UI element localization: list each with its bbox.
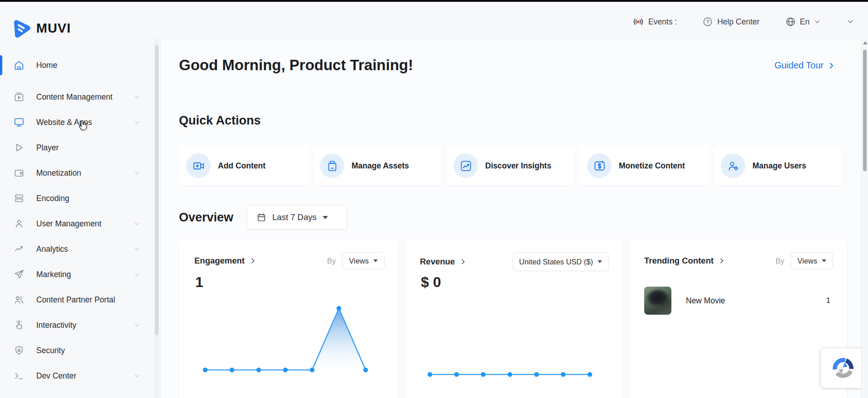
quick-action-manage-assets[interactable]: Manage Assets <box>313 146 442 185</box>
by-label: By <box>776 257 784 265</box>
sidebar-item-interactivity[interactable]: Interactivity <box>0 312 160 338</box>
quick-action-label: Manage Assets <box>352 161 409 171</box>
currency-label: United States USD ($) <box>519 258 593 266</box>
engagement-metric-dropdown[interactable]: Views <box>342 252 385 269</box>
caret-down-icon <box>822 259 826 262</box>
sidebar-item-label: Analytics <box>36 245 133 254</box>
chevron-right-icon <box>718 257 725 264</box>
chevron-right-icon <box>459 258 467 265</box>
guided-tour-label: Guided Tour <box>774 60 824 71</box>
help-icon: ? <box>702 16 713 27</box>
chevron-down-icon <box>133 119 140 126</box>
user-management-icon <box>14 218 24 229</box>
muvi-dashboard: MUVI Events : ? <box>0 0 868 398</box>
sidebar-item-website-and-apps[interactable]: Website & Apps <box>0 110 160 135</box>
date-range-dropdown[interactable]: Last 7 Days <box>247 205 347 230</box>
currency-dropdown[interactable]: United States USD ($) <box>512 252 609 271</box>
chevron-down-icon <box>133 246 140 253</box>
sidebar-item-home[interactable]: Home <box>0 53 160 78</box>
trending-metric-dropdown[interactable]: Views <box>791 252 833 269</box>
help-center-link[interactable]: ? Help Center <box>702 16 759 27</box>
revenue-card-link[interactable]: Revenue <box>420 257 467 267</box>
analytics-icon <box>14 244 24 254</box>
guided-tour-link[interactable]: Guided Tour <box>774 60 835 71</box>
sidebar-item-dev-center[interactable]: Dev Center <box>0 363 160 388</box>
overview-header: Overview Last 7 Days <box>179 205 347 230</box>
sidebar-item-label: Content Management <box>36 92 133 102</box>
caret-down-icon <box>598 260 602 263</box>
page-scrollbar-track[interactable] <box>861 39 868 398</box>
sidebar-item-label: Interactivity <box>36 321 133 330</box>
sidebar-item-settings[interactable] <box>0 393 40 398</box>
globe-icon <box>785 16 796 27</box>
events-menu[interactable]: Events : <box>632 16 677 28</box>
chevron-down-icon <box>133 170 140 177</box>
sidebar-item-label: Content Partner Portal <box>36 295 145 305</box>
language-label: En <box>800 17 810 27</box>
recaptcha-logo-icon <box>830 355 856 381</box>
sidebar-item-content-partner-portal[interactable]: Content Partner Portal <box>0 287 160 312</box>
chevron-down-icon <box>814 18 821 25</box>
trending-title: Trending Content <box>644 256 714 266</box>
sidebar-scrollbar-track[interactable] <box>154 39 159 398</box>
content-management-icon <box>14 91 24 102</box>
trending-list-item[interactable]: New Movie 1 <box>644 287 830 315</box>
events-broadcast-icon <box>632 16 644 28</box>
sidebar-item-label: Dev Center <box>36 371 133 381</box>
revenue-chart <box>418 293 608 398</box>
engagement-card: Engagement By Views 1 <box>179 240 398 398</box>
quick-action-label: Manage Users <box>752 161 806 171</box>
sidebar-item-player[interactable]: Player <box>0 135 160 160</box>
account-menu-toggle[interactable] <box>846 18 854 26</box>
trending-content-link[interactable]: Trending Content <box>644 256 725 266</box>
chevron-down-icon <box>133 221 140 227</box>
sidebar-item-label: User Management <box>36 219 133 229</box>
sidebar-item-label: Home <box>36 61 145 70</box>
chevron-down-icon <box>133 322 140 329</box>
quick-action-label: Monetize Content <box>619 161 685 171</box>
sidebar-item-label: Website & Apps <box>36 118 133 127</box>
engagement-value: 1 <box>195 274 203 291</box>
sidebar-item-content-management[interactable]: Content Management <box>0 84 160 110</box>
sidebar-scrollbar-thumb[interactable] <box>155 45 159 335</box>
events-label: Events : <box>648 17 677 27</box>
sidebar-item-marketing[interactable]: Marketing <box>0 262 160 287</box>
calendar-icon <box>256 212 266 222</box>
chevron-down-icon <box>133 373 140 379</box>
sidebar-item-label: Encoding <box>36 194 145 203</box>
trending-content-card: Trending Content By Views New Movie 1 <box>629 240 847 398</box>
quick-action-monetize-content[interactable]: Monetize Content <box>580 146 709 185</box>
quick-actions-title: Quick Actions <box>179 114 261 128</box>
sidebar: HomeContent ManagementWebsite & AppsPlay… <box>0 39 160 398</box>
quick-action-discover-insights[interactable]: Discover Insights <box>446 146 575 185</box>
sidebar-item-user-management[interactable]: User Management <box>0 211 160 236</box>
active-indicator <box>0 55 2 75</box>
quick-action-icon-circle <box>186 153 211 178</box>
sidebar-item-analytics[interactable]: Analytics <box>0 236 160 262</box>
movie-title: New Movie <box>686 296 725 306</box>
topbar-right: Events : ? Help Center E <box>632 13 854 31</box>
sidebar-item-security[interactable]: Security <box>0 338 160 363</box>
engagement-metric-label: Views <box>349 257 369 265</box>
muvi-logo-icon <box>13 18 31 38</box>
caret-down-icon <box>323 216 328 219</box>
sidebar-item-monetization[interactable]: Monetization <box>0 160 160 186</box>
brand-name: MUVI <box>36 21 71 36</box>
quick-action-label: Add Content <box>218 161 265 171</box>
quick-action-manage-users[interactable]: Manage Users <box>714 146 843 185</box>
engagement-card-link[interactable]: Engagement <box>194 256 256 266</box>
movie-view-count: 1 <box>826 296 830 305</box>
security-icon <box>14 345 24 356</box>
quick-action-icon-circle <box>320 153 344 178</box>
page-scrollbar-thumb[interactable] <box>863 50 867 171</box>
language-selector[interactable]: En <box>785 16 821 27</box>
scrollbar-up-arrow[interactable] <box>863 41 868 44</box>
chevron-down-icon <box>846 18 854 26</box>
sidebar-nav: HomeContent ManagementWebsite & AppsPlay… <box>0 53 160 388</box>
quick-actions-row: Add ContentManage AssetsDiscover Insight… <box>179 146 843 185</box>
sidebar-item-encoding[interactable]: Encoding <box>0 186 160 211</box>
trending-metric-label: Views <box>797 257 817 265</box>
chevron-right-icon <box>827 62 835 70</box>
quick-action-add-content[interactable]: Add Content <box>179 146 308 185</box>
muvi-logo[interactable]: MUVI <box>13 18 71 38</box>
